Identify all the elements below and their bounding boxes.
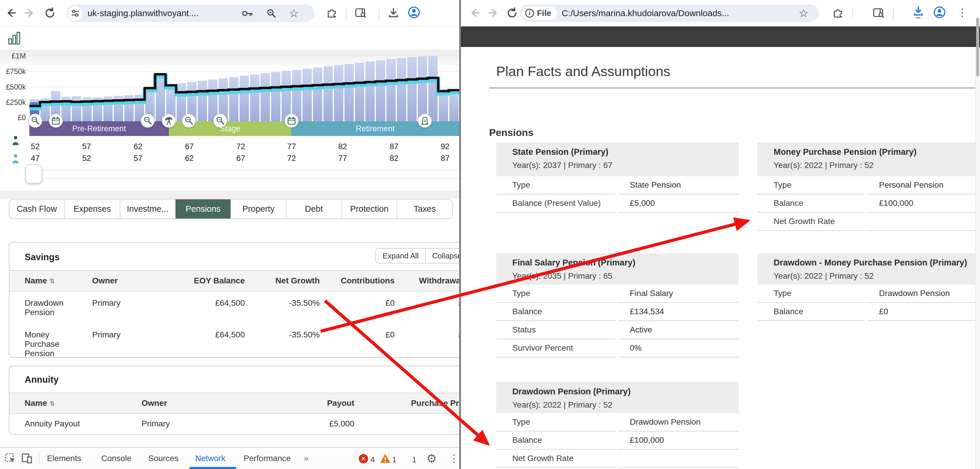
devtools-tab-performance[interactable]: Performance xyxy=(244,448,291,469)
pdf-scrollbar[interactable] xyxy=(975,47,980,469)
extensions-icon[interactable] xyxy=(832,6,844,19)
chart-bar[interactable] xyxy=(407,57,417,121)
chart-bar[interactable] xyxy=(323,66,333,121)
sort-icon[interactable]: ⇅ xyxy=(49,278,55,285)
tab-cash-flow[interactable]: Cash Flow xyxy=(10,199,65,219)
calendar-milestone-icon[interactable] xyxy=(285,114,299,128)
savings-col-contributions[interactable]: Contributions xyxy=(320,276,395,286)
chart-bar[interactable] xyxy=(72,96,81,121)
devtools-tab-elements[interactable]: Elements xyxy=(47,448,81,469)
warning-count[interactable]: 1 xyxy=(392,455,396,464)
tab-expenses[interactable]: Expenses xyxy=(65,199,120,219)
savings-table-row[interactable]: Drawdown PensionPrimary£64,500-35.50%£0£… xyxy=(10,292,459,317)
wealth-chart[interactable]: ‹ £1M£750k£500k£250k£0 Pre-RetirementSta… xyxy=(0,51,459,190)
savings-col-name[interactable]: Name⇅ xyxy=(25,276,92,286)
annuity-table-header[interactable]: Name⇅OwnerPayoutPurchase Price xyxy=(10,392,459,414)
url-text[interactable]: C:/Users/marina.khudoiarova/Downloads... xyxy=(562,8,729,18)
calendar-milestone-icon[interactable] xyxy=(49,114,63,128)
password-key-icon[interactable] xyxy=(242,9,253,18)
chart-bar[interactable] xyxy=(387,59,396,121)
chart-bar[interactable] xyxy=(397,58,406,121)
savings-table-header[interactable]: Name⇅OwnerEOY BalanceNet GrowthContribut… xyxy=(10,270,459,291)
chart-bar[interactable] xyxy=(302,69,312,121)
chart-bar[interactable] xyxy=(366,62,375,121)
side-panel-search-icon[interactable] xyxy=(354,6,367,19)
annuity-col-name[interactable]: Name⇅ xyxy=(25,399,142,408)
devtools-more-tabs-icon[interactable]: » xyxy=(304,448,309,469)
annuity-col-purchase-price[interactable]: Purchase Price xyxy=(354,399,459,408)
tab-taxes[interactable]: Taxes xyxy=(397,199,452,219)
warning-badge-icon[interactable] xyxy=(380,453,390,463)
issue-count[interactable]: 1 xyxy=(412,455,416,464)
magnifier-milestone-icon[interactable] xyxy=(141,114,155,128)
expand-all-button[interactable]: Expand All xyxy=(375,248,426,263)
sort-icon[interactable]: ⇅ xyxy=(49,400,55,407)
tombstone-milestone-icon[interactable] xyxy=(418,114,432,128)
profile-avatar-icon[interactable] xyxy=(407,6,420,19)
inspect-element-icon[interactable] xyxy=(5,453,16,464)
chart-bar[interactable] xyxy=(292,70,302,121)
address-bar[interactable]: i File C:/Users/marina.khudoiarova/Downl… xyxy=(520,5,819,22)
annuity-col-payout[interactable]: Payout xyxy=(239,399,354,408)
savings-col-withdrawals[interactable]: Withdrawals xyxy=(395,276,459,286)
annuity-col-owner[interactable]: Owner xyxy=(142,399,239,408)
chart-bar[interactable] xyxy=(355,63,364,121)
devtools-kebab-menu-icon[interactable]: ⋮ xyxy=(449,452,459,464)
chart-bar[interactable] xyxy=(313,67,322,121)
chart-bar[interactable] xyxy=(261,73,270,121)
chart-bar[interactable] xyxy=(271,72,280,121)
tab-protection[interactable]: Protection xyxy=(342,199,398,219)
bookmark-star-icon[interactable]: ☆ xyxy=(289,7,299,20)
savings-col-net-growth[interactable]: Net Growth xyxy=(245,276,320,286)
devtools-tab-network[interactable]: Network xyxy=(195,448,226,469)
tab-investme-[interactable]: Investme... xyxy=(120,199,176,219)
chart-bar[interactable] xyxy=(240,76,249,121)
magnifier-milestone-icon[interactable] xyxy=(28,114,42,128)
address-bar[interactable]: uk-staging.planwithvoyant.... ☆ xyxy=(66,5,315,22)
browser-kebab-menu-icon[interactable]: ⋮ xyxy=(957,6,968,19)
downloads-icon-active[interactable] xyxy=(912,6,925,19)
devtools-settings-gear-icon[interactable]: ⚙ xyxy=(426,451,437,465)
tune-icon[interactable] xyxy=(68,6,82,20)
pdf-scrollbar-thumb[interactable] xyxy=(976,18,979,77)
zoom-indicator-icon[interactable] xyxy=(266,8,277,19)
chart-bar[interactable] xyxy=(376,60,385,121)
side-panel-search-icon[interactable] xyxy=(872,6,885,19)
umbrella-milestone-icon[interactable] xyxy=(162,114,176,128)
reload-button[interactable] xyxy=(506,6,519,19)
chart-bar[interactable] xyxy=(250,75,259,121)
tab-pensions[interactable]: Pensions xyxy=(175,199,231,219)
devtools-tab-sources[interactable]: Sources xyxy=(148,448,178,469)
chart-bar[interactable] xyxy=(197,81,207,121)
savings-table-row[interactable]: Money Purchase PensionPrimary£64,500-35.… xyxy=(10,324,459,358)
chart-bar[interactable] xyxy=(334,65,344,121)
magnifier-milestone-icon[interactable] xyxy=(182,114,196,128)
reload-button[interactable] xyxy=(43,6,56,19)
chart-plot[interactable] xyxy=(29,52,459,121)
devtools-tab-console[interactable]: Console xyxy=(101,448,132,469)
tab-debt[interactable]: Debt xyxy=(286,199,342,219)
chart-bar[interactable] xyxy=(418,56,427,121)
bookmark-star-icon[interactable]: ☆ xyxy=(799,7,808,20)
error-count[interactable]: 4 xyxy=(371,455,375,464)
back-button[interactable] xyxy=(4,6,17,19)
savings-col-eoy-balance[interactable]: EOY Balance xyxy=(165,276,245,286)
device-toolbar-icon[interactable] xyxy=(21,453,33,464)
chart-bar[interactable] xyxy=(344,64,354,121)
magnifier-milestone-icon[interactable] xyxy=(213,114,227,128)
savings-col-owner[interactable]: Owner xyxy=(92,276,165,286)
forward-button[interactable] xyxy=(24,6,37,19)
downloads-icon[interactable] xyxy=(387,6,400,19)
profile-avatar-icon[interactable] xyxy=(933,6,946,19)
stage-band-retirement[interactable]: Retirement xyxy=(291,121,459,136)
url-text[interactable]: uk-staging.planwithvoyant.... xyxy=(88,8,199,18)
chart-bar[interactable] xyxy=(229,77,239,121)
collapse-all-button[interactable]: Collapse All xyxy=(425,248,459,263)
error-badge-icon[interactable]: ✕ xyxy=(359,454,368,463)
extensions-icon[interactable] xyxy=(325,6,338,19)
info-icon[interactable]: i xyxy=(525,9,534,18)
back-button[interactable] xyxy=(468,6,481,19)
tab-property[interactable]: Property xyxy=(231,199,286,219)
forward-button[interactable] xyxy=(487,6,500,19)
timeline-slider-handle[interactable] xyxy=(25,164,42,183)
